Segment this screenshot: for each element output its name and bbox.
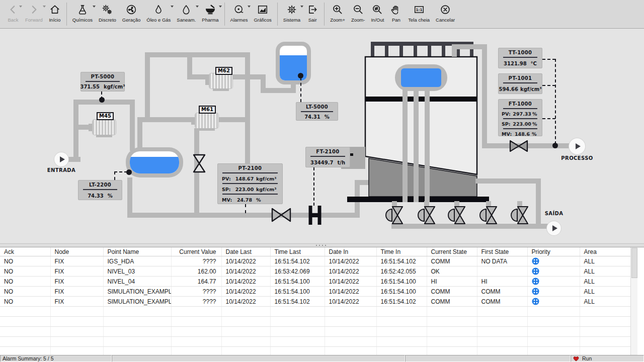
valve-processo[interactable] [509,139,528,153]
geracao-button[interactable]: Geração [119,1,143,27]
pan-button[interactable]: Pan [387,1,405,27]
motor-m61[interactable] [195,113,218,128]
motor-tag-m45: M45 [97,112,114,120]
buffer-tank[interactable] [276,42,311,84]
column-header-current-state[interactable]: Current State [427,247,477,256]
alarm-row[interactable]: NO FIX IGS_HDA ???? 10/14/2022 16:51:54.… [0,256,630,266]
priority-medium-icon [532,257,539,265]
valve-bottoms-3[interactable] [448,205,466,226]
column-header-date-in[interactable]: Date In [325,247,376,256]
row-unit: % [531,131,539,137]
exit-icon [307,4,318,16]
panel-divider [86,81,120,82]
process-diagram: M45 M62 M61 [0,29,644,243]
valve-bottoms-1[interactable] [385,205,404,226]
column-header-first-state[interactable]: First State [477,247,527,256]
column-header-date-last[interactable]: Date Last [221,247,270,256]
column-reflux-drum[interactable] [395,64,447,91]
zoom-inout-button[interactable]: In/Out [368,1,387,27]
motor-foot [199,128,215,131]
row-value: 297.33 [513,111,531,117]
valve-bottoms-2[interactable] [418,205,436,226]
cell-point-name: NIVEL_03 [103,266,171,277]
quimicos-button[interactable]: Químicos [69,1,96,27]
motor-foot [96,135,112,137]
gears-icon [102,4,113,16]
column-header-priority[interactable]: Priority [527,247,580,256]
panel-unit: % [108,193,113,199]
oleo-e-gas-button[interactable]: Óleo e Gás [143,1,174,27]
row-unit: % [531,121,539,127]
valve-bottoms-4[interactable] [479,205,498,226]
alarm-row[interactable]: NO FIX NIVEL_04 164.77 10/14/2022 16:51:… [0,277,630,287]
valve-main-line[interactable] [271,207,291,223]
vertical-scrollbar[interactable] [630,247,637,355]
panel-divider [503,128,537,129]
sair-button[interactable]: Sair [303,1,321,27]
pipe-segment [130,100,135,151]
valve-feed[interactable] [193,154,206,173]
datalink-ft2100[interactable]: FT-2100 33449.7t/h [305,147,350,167]
priority-medium-icon [532,298,539,305]
inicio-button[interactable]: Início [46,1,64,27]
datalink-pt5000[interactable]: PT-5000 371.55kgf/cm³ [80,72,125,92]
column-header-current-value[interactable]: Current Value [171,247,221,256]
cell-ack: NO [0,277,50,287]
cell-ack: NO [0,297,50,307]
column-header-area[interactable]: Area [580,247,630,256]
cancelar-button[interactable]: Cancelar [433,1,458,27]
column-header-point-name[interactable]: Point Name [103,247,171,256]
toolbar-divider [224,3,225,26]
graficos-button[interactable]: Gráficos [251,1,274,27]
alarm-row[interactable]: NO FIX NIVEL_03 162.00 10/14/2022 16:53:… [0,266,630,277]
motor-m62[interactable] [209,73,232,88]
status-cell [112,355,405,362]
forward-button[interactable]: Forward [22,1,46,27]
discreto-button[interactable]: Discreto [96,1,119,27]
pharma-button[interactable]: Pharma [199,1,221,27]
datalink-pt2100[interactable]: PT-2100 PV:148.67kgf/cm³ SP:223.00kgf/cm… [217,163,283,204]
sistema-button[interactable]: Sistema [280,1,303,27]
datalink-pt1001[interactable]: PT-1001 594.66kgf/cm³ [498,73,542,94]
signal-line [555,59,556,144]
saida-nav-button[interactable] [547,221,561,235]
datalink-lt2200[interactable]: LT-2200 74.33% [78,180,122,200]
zoom-in-button[interactable]: Zoom+ [327,1,348,27]
entrada-nav-button[interactable] [54,152,68,166]
alarmes-button[interactable]: Alarmes [227,1,251,27]
pipe-segment [127,177,132,218]
panel-title: PT-2100 [218,164,282,171]
row-label: MV: [502,131,514,137]
datalink-tt1000[interactable]: TT-1000 3121.98°C [498,48,542,68]
tela-cheia-button[interactable]: 1:1 Tela cheia [405,1,433,27]
pane-splitter[interactable] [0,243,644,247]
alarm-row[interactable]: NO FIX SIMULATION_EXAMPLE... ???? 10/14/… [0,297,630,307]
cell-date-in: 10/14/2022 [325,277,376,287]
signal-line [114,171,115,180]
processo-nav-button[interactable] [569,138,585,154]
motor-m45[interactable] [93,120,116,135]
datalink-lt5000[interactable]: LT-5000 74.31% [296,102,338,121]
column-header-ack[interactable]: Ack [0,247,50,256]
saneamento-button[interactable]: Saneam. [174,1,199,27]
column-header-node[interactable]: Node [50,247,103,256]
run-mode-text: Run [582,355,592,361]
feed-tank[interactable] [126,147,183,177]
panel-value: 74.31 [304,114,320,120]
cell-date-last: 10/14/2022 [221,297,270,307]
scrollbar-thumb[interactable] [631,248,637,278]
column-header-time-last[interactable]: Time Last [270,247,325,256]
cell-area: ALL [580,256,630,266]
motor-tag-m62: M62 [215,67,232,75]
valve-bottoms-5[interactable] [511,205,529,226]
zoom-out-button[interactable]: Zoom- [348,1,368,27]
back-button[interactable]: Back [4,1,22,27]
row-value: 223.00 [234,186,255,193]
datalink-ft1000[interactable]: FT-1000 PV:297.33% SP:223.00% MV:148.6% [498,99,542,136]
pipe-segment [73,100,78,162]
cell-time-last: 16:51:54.100 [270,287,325,297]
dropdown-caret-icon[interactable] [219,6,222,8]
column-header-time-in[interactable]: Time In [376,247,427,256]
toolbar-label: Óleo e Gás [146,17,171,23]
alarm-row[interactable]: NO FIX SIMULATION_EXAMPLE... ???? 10/14/… [0,287,630,297]
